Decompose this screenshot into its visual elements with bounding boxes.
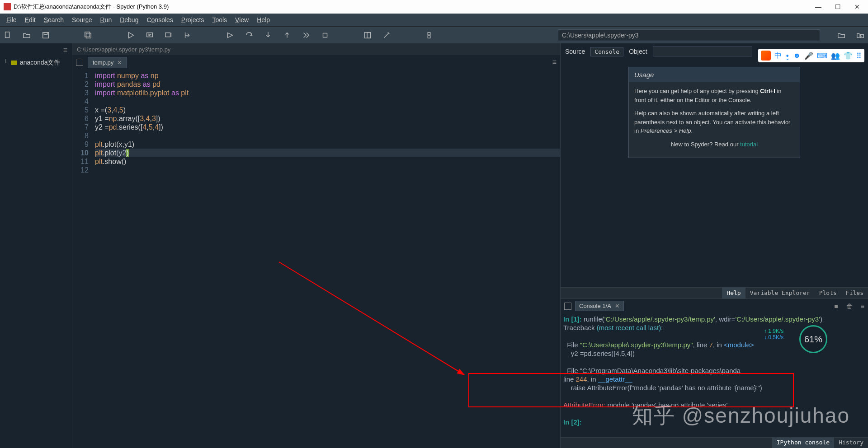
- menu-projects[interactable]: Projects: [178, 14, 208, 25]
- menu-consoles[interactable]: Consoles: [143, 14, 176, 25]
- project-folder-label: anaconda文件: [20, 59, 61, 67]
- usage-p3: New to Spyder? Read our tutorial: [634, 140, 794, 149]
- debug-icon[interactable]: [226, 31, 234, 39]
- console-pane: Console 1/A ✕ ■ 🗑 ≡ In [1]: runfile('C:/…: [561, 299, 868, 448]
- console-tab[interactable]: Console 1/A ✕: [575, 301, 624, 311]
- step-out-icon[interactable]: [283, 31, 291, 39]
- svg-rect-4: [86, 33, 91, 38]
- close-button[interactable]: ✕: [854, 3, 860, 10]
- editor-file-path: C:\Users\apple\.spyder-py3\temp.py: [72, 43, 560, 55]
- project-tree-item[interactable]: └ anaconda文件: [0, 57, 72, 69]
- run-cell-icon[interactable]: [146, 31, 154, 39]
- sidebar-menu-icon[interactable]: ≡: [0, 43, 72, 57]
- ime-icon[interactable]: 🎤: [804, 51, 813, 60]
- ime-icon[interactable]: •̮: [785, 51, 789, 60]
- ime-icon[interactable]: 👥: [831, 51, 840, 60]
- ime-icon[interactable]: 中: [774, 51, 782, 61]
- help-usage-box: Usage Here you can get help of any objec…: [628, 67, 800, 158]
- python-path-icon[interactable]: [425, 31, 433, 39]
- menu-search[interactable]: Search: [40, 14, 67, 25]
- console-output[interactable]: In [1]: runfile('C:/Users/apple/.spyder-…: [561, 313, 868, 437]
- svg-rect-6: [165, 33, 170, 37]
- help-source-select[interactable]: Console: [590, 47, 623, 56]
- maximize-pane-icon[interactable]: [363, 31, 372, 39]
- ime-icon[interactable]: 👕: [844, 51, 853, 60]
- console-stop-icon[interactable]: ■: [834, 303, 838, 310]
- maximize-button[interactable]: ☐: [835, 3, 841, 10]
- help-tab-varexp[interactable]: Variable Explorer: [745, 288, 815, 299]
- menu-edit[interactable]: Edit: [21, 14, 39, 25]
- app-icon: [4, 3, 11, 10]
- svg-rect-3: [85, 32, 90, 37]
- preferences-icon[interactable]: [382, 31, 391, 39]
- menubar: File Edit Search Source Run Debug Consol…: [0, 14, 868, 26]
- menu-file[interactable]: File: [3, 14, 20, 25]
- help-tab-help[interactable]: Help: [722, 288, 745, 299]
- tab-close-icon[interactable]: ✕: [117, 59, 122, 66]
- usage-p2: Help can also be shown automatically aft…: [634, 109, 794, 135]
- ime-logo-icon: [761, 51, 771, 61]
- ime-toolbar[interactable]: 中 •̮ ☻ 🎤 ⌨ 👥 👕 ⠿: [758, 49, 864, 62]
- editor-tab-temp[interactable]: temp.py ✕: [88, 57, 127, 68]
- editor-tab-strip: temp.py ✕ ≡: [72, 55, 560, 70]
- tutorial-link[interactable]: tutorial: [740, 141, 758, 148]
- console-options-icon[interactable]: ≡: [861, 303, 864, 310]
- folder-icon: [11, 61, 17, 65]
- window-split-icon[interactable]: [76, 59, 83, 66]
- ime-icon[interactable]: ⌨: [817, 51, 827, 60]
- help-tab-files[interactable]: Files: [841, 288, 868, 299]
- continue-icon[interactable]: [302, 31, 310, 39]
- ime-icon[interactable]: ⠿: [856, 51, 862, 60]
- parent-folder-icon[interactable]: [856, 31, 864, 39]
- minimize-button[interactable]: —: [815, 3, 821, 10]
- debug-step-icon[interactable]: [245, 31, 253, 39]
- save-all-icon[interactable]: [84, 31, 92, 39]
- code-body[interactable]: import numpy as npimport pandas as pdimp…: [95, 71, 560, 448]
- ime-icon[interactable]: ☻: [793, 51, 801, 60]
- svg-rect-0: [5, 32, 9, 37]
- working-dir-input[interactable]: C:\Users\apple\.spyder-py3: [558, 29, 820, 41]
- console-bottom-tabs: IPython console History: [561, 437, 868, 448]
- new-file-icon[interactable]: [4, 31, 12, 39]
- console-tab-close-icon[interactable]: ✕: [615, 303, 620, 309]
- svg-rect-8: [365, 32, 371, 38]
- main-area: ≡ └ anaconda文件 C:\Users\apple\.spyder-py…: [0, 43, 868, 448]
- tab-label: temp.py: [93, 59, 113, 66]
- stop-icon[interactable]: [321, 31, 329, 39]
- menu-view[interactable]: View: [231, 14, 252, 25]
- help-tab-plots[interactable]: Plots: [815, 288, 841, 299]
- svg-rect-2: [44, 32, 47, 34]
- right-column: Source Console Object Usage Here you can…: [561, 43, 868, 448]
- help-pane-tabs: Help Variable Explorer Plots Files: [561, 287, 868, 299]
- project-sidebar: ≡ └ anaconda文件: [0, 43, 72, 448]
- menu-debug[interactable]: Debug: [116, 14, 142, 25]
- help-body: Usage Here you can get help of any objec…: [561, 60, 868, 287]
- svg-rect-9: [367, 32, 370, 38]
- run-icon[interactable]: [127, 31, 135, 39]
- open-folder-icon[interactable]: [23, 31, 31, 39]
- tab-ipython[interactable]: IPython console: [772, 438, 834, 448]
- browse-folder-icon[interactable]: [837, 31, 845, 39]
- step-into-icon[interactable]: [264, 31, 272, 39]
- toolbar: C:\Users\apple\.spyder-py3: [0, 26, 868, 43]
- code-editor[interactable]: 123456789101112 import numpy as npimport…: [72, 70, 560, 448]
- svg-rect-7: [323, 33, 327, 37]
- run-selection-icon[interactable]: [184, 31, 192, 39]
- console-split-icon[interactable]: [564, 303, 571, 310]
- menu-tools[interactable]: Tools: [208, 14, 231, 25]
- usage-p1: Here you can get help of any object by p…: [634, 87, 794, 104]
- help-object-input[interactable]: [653, 47, 752, 56]
- working-dir-text: C:\Users\apple\.spyder-py3: [562, 32, 639, 39]
- run-cell-advance-icon[interactable]: [165, 31, 173, 39]
- help-source-label: Source: [565, 48, 585, 55]
- console-clear-icon[interactable]: 🗑: [846, 303, 853, 310]
- menu-help[interactable]: Help: [253, 14, 274, 25]
- line-gutter: 123456789101112: [72, 71, 95, 448]
- tab-history[interactable]: History: [834, 438, 868, 448]
- save-icon[interactable]: [42, 31, 50, 39]
- menu-run[interactable]: Run: [96, 14, 115, 25]
- titlebar: D:\软件汇总\anaconda\anaconda文件 - Spyder (Py…: [0, 0, 868, 14]
- editor-options-icon[interactable]: ≡: [552, 58, 557, 66]
- menu-source[interactable]: Source: [68, 14, 95, 25]
- window-controls: — ☐ ✕: [815, 3, 864, 10]
